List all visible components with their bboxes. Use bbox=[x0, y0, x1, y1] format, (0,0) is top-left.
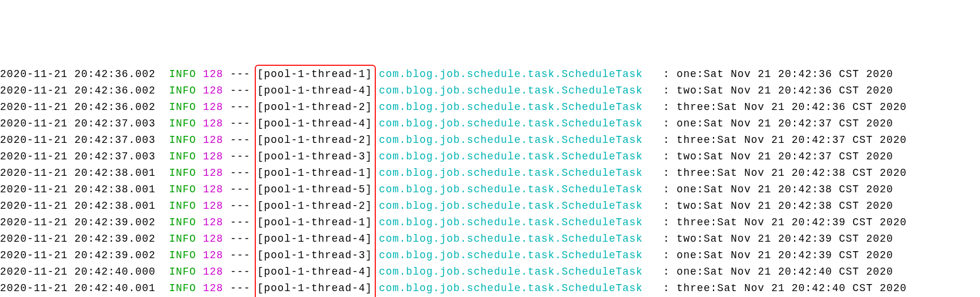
log-level: INFO bbox=[169, 181, 196, 198]
log-colon: : bbox=[663, 148, 670, 165]
log-colon: : bbox=[663, 66, 670, 82]
log-pid: 128 bbox=[203, 247, 224, 263]
log-level: INFO bbox=[169, 263, 196, 280]
log-logger: com.blog.job.schedule.task.ScheduleTask bbox=[379, 132, 643, 148]
log-separator: --- bbox=[230, 263, 251, 280]
log-line: 2020-11-21 20:42:39.002 INFO 128 --- [po… bbox=[0, 231, 980, 247]
log-message: three:Sat Nov 21 20:42:39 CST 2020 bbox=[676, 214, 906, 231]
log-timestamp: 2020-11-21 20:42:37.003 bbox=[0, 148, 156, 165]
log-thread: [pool-1-thread-1] bbox=[257, 66, 372, 82]
log-timestamp: 2020-11-21 20:42:38.001 bbox=[0, 198, 156, 214]
log-line: 2020-11-21 20:42:37.003 INFO 128 --- [po… bbox=[0, 115, 980, 132]
log-pid: 128 bbox=[203, 165, 224, 181]
log-colon: : bbox=[663, 263, 670, 280]
log-line: 2020-11-21 20:42:36.002 INFO 128 --- [po… bbox=[0, 82, 980, 99]
log-separator: --- bbox=[230, 280, 251, 296]
log-level: INFO bbox=[169, 214, 196, 231]
log-level: INFO bbox=[169, 66, 196, 82]
log-level: INFO bbox=[169, 82, 196, 99]
log-line: 2020-11-21 20:42:37.003 INFO 128 --- [po… bbox=[0, 148, 980, 165]
log-thread: [pool-1-thread-2] bbox=[257, 198, 372, 214]
log-separator: --- bbox=[230, 115, 251, 132]
log-level: INFO bbox=[169, 280, 196, 296]
log-timestamp: 2020-11-21 20:42:38.001 bbox=[0, 181, 156, 198]
log-logger: com.blog.job.schedule.task.ScheduleTask bbox=[379, 247, 643, 263]
log-thread: [pool-1-thread-2] bbox=[257, 132, 372, 148]
log-separator: --- bbox=[230, 99, 251, 115]
log-thread: [pool-1-thread-3] bbox=[257, 148, 372, 165]
log-thread: [pool-1-thread-4] bbox=[257, 82, 372, 99]
log-output: 2020-11-21 20:42:36.002 INFO 128 --- [po… bbox=[0, 66, 980, 297]
log-message: three:Sat Nov 21 20:42:36 CST 2020 bbox=[676, 99, 906, 115]
log-separator: --- bbox=[230, 165, 251, 181]
log-pid: 128 bbox=[203, 99, 224, 115]
log-message: one:Sat Nov 21 20:42:39 CST 2020 bbox=[676, 247, 893, 263]
log-pid: 128 bbox=[203, 198, 224, 214]
log-message: two:Sat Nov 21 20:42:37 CST 2020 bbox=[676, 148, 893, 165]
log-separator: --- bbox=[230, 66, 251, 82]
log-message: two:Sat Nov 21 20:42:38 CST 2020 bbox=[676, 198, 893, 214]
log-thread: [pool-1-thread-1] bbox=[257, 214, 372, 231]
log-thread: [pool-1-thread-1] bbox=[257, 165, 372, 181]
log-timestamp: 2020-11-21 20:42:39.002 bbox=[0, 214, 156, 231]
log-logger: com.blog.job.schedule.task.ScheduleTask bbox=[379, 263, 643, 280]
log-line: 2020-11-21 20:42:36.002 INFO 128 --- [po… bbox=[0, 66, 980, 82]
log-level: INFO bbox=[169, 99, 196, 115]
log-pid: 128 bbox=[203, 132, 224, 148]
log-timestamp: 2020-11-21 20:42:36.002 bbox=[0, 99, 156, 115]
log-separator: --- bbox=[230, 132, 251, 148]
log-pid: 128 bbox=[203, 263, 224, 280]
log-timestamp: 2020-11-21 20:42:39.002 bbox=[0, 247, 156, 263]
log-colon: : bbox=[663, 99, 670, 115]
log-separator: --- bbox=[230, 181, 251, 198]
log-colon: : bbox=[663, 231, 670, 247]
log-logger: com.blog.job.schedule.task.ScheduleTask bbox=[379, 82, 643, 99]
log-line: 2020-11-21 20:42:37.003 INFO 128 --- [po… bbox=[0, 132, 980, 148]
log-level: INFO bbox=[169, 148, 196, 165]
log-message: two:Sat Nov 21 20:42:39 CST 2020 bbox=[676, 231, 893, 247]
log-line: 2020-11-21 20:42:38.001 INFO 128 --- [po… bbox=[0, 181, 980, 198]
log-pid: 128 bbox=[203, 115, 224, 132]
log-pid: 128 bbox=[203, 82, 224, 99]
log-message: one:Sat Nov 21 20:42:37 CST 2020 bbox=[676, 115, 893, 132]
log-logger: com.blog.job.schedule.task.ScheduleTask bbox=[379, 181, 643, 198]
log-thread: [pool-1-thread-4] bbox=[257, 280, 372, 296]
log-thread: [pool-1-thread-3] bbox=[257, 247, 372, 263]
log-logger: com.blog.job.schedule.task.ScheduleTask bbox=[379, 66, 643, 82]
log-line: 2020-11-21 20:42:39.002 INFO 128 --- [po… bbox=[0, 214, 980, 231]
log-logger: com.blog.job.schedule.task.ScheduleTask bbox=[379, 198, 643, 214]
log-timestamp: 2020-11-21 20:42:37.003 bbox=[0, 132, 156, 148]
log-message: one:Sat Nov 21 20:42:38 CST 2020 bbox=[676, 181, 893, 198]
log-level: INFO bbox=[169, 115, 196, 132]
log-timestamp: 2020-11-21 20:42:38.001 bbox=[0, 165, 156, 181]
log-logger: com.blog.job.schedule.task.ScheduleTask bbox=[379, 214, 643, 231]
log-colon: : bbox=[663, 115, 670, 132]
log-level: INFO bbox=[169, 247, 196, 263]
log-line: 2020-11-21 20:42:36.002 INFO 128 --- [po… bbox=[0, 99, 980, 115]
log-line: 2020-11-21 20:42:38.001 INFO 128 --- [po… bbox=[0, 198, 980, 214]
log-separator: --- bbox=[230, 82, 251, 99]
log-logger: com.blog.job.schedule.task.ScheduleTask bbox=[379, 148, 643, 165]
log-separator: --- bbox=[230, 247, 251, 263]
log-level: INFO bbox=[169, 165, 196, 181]
log-colon: : bbox=[663, 165, 670, 181]
log-colon: : bbox=[663, 132, 670, 148]
log-colon: : bbox=[663, 247, 670, 263]
log-level: INFO bbox=[169, 231, 196, 247]
log-line: 2020-11-21 20:42:39.002 INFO 128 --- [po… bbox=[0, 247, 980, 263]
log-timestamp: 2020-11-21 20:42:37.003 bbox=[0, 115, 156, 132]
log-logger: com.blog.job.schedule.task.ScheduleTask bbox=[379, 99, 643, 115]
log-separator: --- bbox=[230, 231, 251, 247]
log-message: three:Sat Nov 21 20:42:37 CST 2020 bbox=[676, 132, 906, 148]
log-separator: --- bbox=[230, 198, 251, 214]
log-logger: com.blog.job.schedule.task.ScheduleTask bbox=[379, 165, 643, 181]
log-line: 2020-11-21 20:42:38.001 INFO 128 --- [po… bbox=[0, 165, 980, 181]
log-pid: 128 bbox=[203, 66, 224, 82]
log-colon: : bbox=[663, 198, 670, 214]
log-colon: : bbox=[663, 214, 670, 231]
log-level: INFO bbox=[169, 132, 196, 148]
log-message: three:Sat Nov 21 20:42:40 CST 2020 bbox=[676, 280, 906, 296]
log-level: INFO bbox=[169, 198, 196, 214]
log-timestamp: 2020-11-21 20:42:40.000 bbox=[0, 263, 156, 280]
log-thread: [pool-1-thread-5] bbox=[257, 181, 372, 198]
